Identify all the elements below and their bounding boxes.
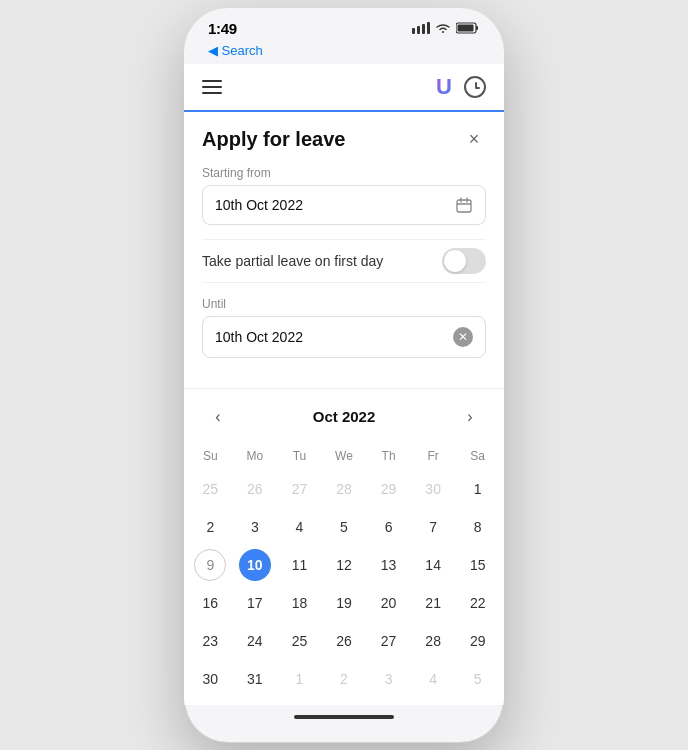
calendar-day[interactable]: 2 — [188, 509, 233, 545]
calendar-day[interactable]: 14 — [411, 547, 456, 583]
clock-icon[interactable] — [464, 76, 486, 98]
app-content: Apply for leave × Starting from 10th Oct… — [184, 112, 504, 388]
clear-until-button[interactable]: ✕ — [453, 327, 473, 347]
calendar-day[interactable]: 17 — [233, 585, 278, 621]
calendar-day[interactable]: 29 — [366, 471, 411, 507]
calendar-day[interactable]: 4 — [411, 661, 456, 697]
calendar-input-icon — [455, 196, 473, 214]
calendar-day[interactable]: 29 — [455, 623, 500, 659]
page-title-row: Apply for leave × — [202, 128, 486, 152]
calendar-day[interactable]: 1 — [277, 661, 322, 697]
calendar-weekdays: Su Mo Tu We Th Fr Sa — [188, 445, 500, 467]
signal-icon — [412, 22, 430, 34]
weekday-fr: Fr — [411, 445, 456, 467]
hamburger-icon[interactable] — [202, 80, 222, 94]
svg-rect-2 — [422, 24, 425, 34]
calendar-month-year: Oct 2022 — [313, 408, 376, 425]
wifi-icon — [435, 22, 451, 34]
calendar-day[interactable]: 1 — [455, 471, 500, 507]
partial-leave-toggle[interactable] — [442, 248, 486, 274]
calendar-day[interactable]: 10 — [233, 547, 278, 583]
calendar-day[interactable]: 16 — [188, 585, 233, 621]
calendar-day[interactable]: 25 — [188, 471, 233, 507]
home-indicator — [184, 705, 504, 723]
calendar-day[interactable]: 22 — [455, 585, 500, 621]
back-label: ◀ Search — [208, 43, 263, 58]
nav-right: U — [436, 74, 486, 100]
calendar-day[interactable]: 15 — [455, 547, 500, 583]
calendar-day[interactable]: 30 — [411, 471, 456, 507]
nav-bar: U — [184, 64, 504, 112]
calendar-day[interactable]: 5 — [322, 509, 367, 545]
calendar-day[interactable]: 4 — [277, 509, 322, 545]
starting-from-field[interactable]: 10th Oct 2022 — [202, 185, 486, 225]
weekday-we: We — [322, 445, 367, 467]
until-value: 10th Oct 2022 — [215, 329, 453, 345]
partial-leave-label: Take partial leave on first day — [202, 253, 383, 269]
calendar-day[interactable]: 5 — [455, 661, 500, 697]
calendar-day[interactable]: 7 — [411, 509, 456, 545]
starting-from-value: 10th Oct 2022 — [215, 197, 455, 213]
calendar-day[interactable]: 30 — [188, 661, 233, 697]
weekday-tu: Tu — [277, 445, 322, 467]
calendar-day[interactable]: 6 — [366, 509, 411, 545]
weekday-mo: Mo — [233, 445, 278, 467]
until-label: Until — [202, 297, 486, 311]
starting-from-label: Starting from — [202, 166, 486, 180]
status-time: 1:49 — [208, 20, 237, 37]
calendar-day[interactable]: 23 — [188, 623, 233, 659]
calendar-nav: ‹ Oct 2022 › — [188, 397, 500, 437]
calendar-day[interactable]: 28 — [411, 623, 456, 659]
calendar-day[interactable]: 9 — [188, 547, 233, 583]
calendar-day[interactable]: 27 — [277, 471, 322, 507]
calendar-day[interactable]: 3 — [233, 509, 278, 545]
prev-month-button[interactable]: ‹ — [204, 403, 232, 431]
phone-shell: 1:49 ◀ Search — [184, 8, 504, 743]
status-icons — [412, 22, 480, 34]
svg-rect-6 — [458, 25, 474, 32]
battery-icon — [456, 22, 480, 34]
svg-rect-5 — [476, 26, 478, 30]
calendar-days: 2526272829301234567891011121314151617181… — [188, 471, 500, 697]
next-month-button[interactable]: › — [456, 403, 484, 431]
calendar-day[interactable]: 12 — [322, 547, 367, 583]
calendar-day[interactable]: 24 — [233, 623, 278, 659]
close-button[interactable]: × — [462, 128, 486, 152]
calendar-day[interactable]: 18 — [277, 585, 322, 621]
calendar: ‹ Oct 2022 › Su Mo Tu We Th Fr Sa 252627… — [184, 388, 504, 705]
calendar-day[interactable]: 20 — [366, 585, 411, 621]
svg-rect-3 — [427, 22, 430, 34]
calendar-day[interactable]: 27 — [366, 623, 411, 659]
home-bar — [294, 715, 394, 719]
weekday-su: Su — [188, 445, 233, 467]
calendar-day[interactable]: 19 — [322, 585, 367, 621]
calendar-day[interactable]: 8 — [455, 509, 500, 545]
calendar-day[interactable]: 2 — [322, 661, 367, 697]
weekday-sa: Sa — [455, 445, 500, 467]
calendar-day[interactable]: 21 — [411, 585, 456, 621]
svg-rect-7 — [457, 200, 471, 212]
svg-rect-1 — [417, 26, 420, 34]
back-search[interactable]: ◀ Search — [184, 41, 504, 64]
page-title: Apply for leave — [202, 128, 345, 151]
until-field[interactable]: 10th Oct 2022 ✕ — [202, 316, 486, 358]
calendar-day[interactable]: 13 — [366, 547, 411, 583]
weekday-th: Th — [366, 445, 411, 467]
calendar-day[interactable]: 25 — [277, 623, 322, 659]
u-logo: U — [436, 74, 452, 100]
partial-leave-row: Take partial leave on first day — [202, 239, 486, 283]
calendar-day[interactable]: 28 — [322, 471, 367, 507]
calendar-day[interactable]: 31 — [233, 661, 278, 697]
svg-rect-0 — [412, 28, 415, 34]
calendar-day[interactable]: 3 — [366, 661, 411, 697]
calendar-day[interactable]: 26 — [233, 471, 278, 507]
calendar-day[interactable]: 11 — [277, 547, 322, 583]
calendar-day[interactable]: 26 — [322, 623, 367, 659]
status-bar: 1:49 — [184, 8, 504, 41]
